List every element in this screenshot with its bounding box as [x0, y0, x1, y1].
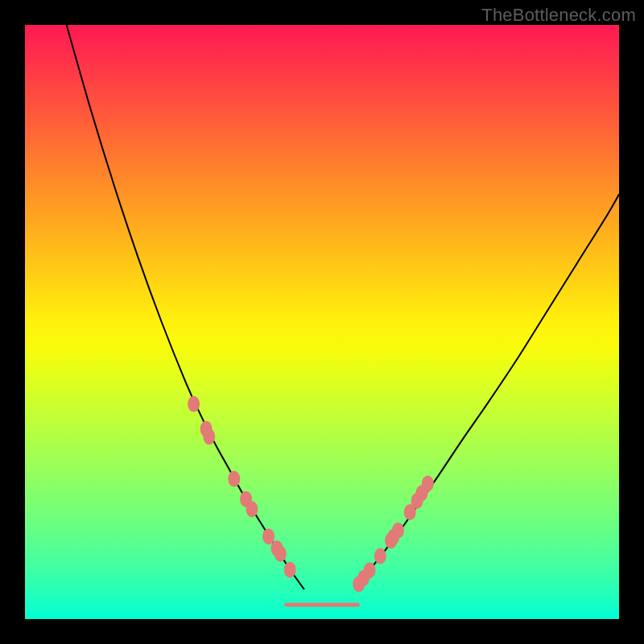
- chart-canvas: [25, 25, 619, 619]
- data-bead: [246, 501, 258, 517]
- data-bead: [188, 396, 200, 412]
- data-bead: [422, 476, 434, 492]
- data-bead: [228, 471, 240, 487]
- watermark-text: TheBottleneck.com: [481, 5, 636, 26]
- left-curve: [67, 25, 304, 589]
- outer-frame: TheBottleneck.com: [0, 0, 644, 644]
- data-bead: [374, 548, 386, 564]
- right-curve-beads: [353, 476, 434, 592]
- data-bead: [284, 562, 296, 578]
- data-bead: [275, 546, 287, 562]
- left-curve-beads: [188, 396, 296, 578]
- data-bead: [364, 562, 376, 578]
- data-bead: [392, 522, 404, 539]
- data-bead: [203, 428, 215, 444]
- data-bead: [262, 528, 275, 544]
